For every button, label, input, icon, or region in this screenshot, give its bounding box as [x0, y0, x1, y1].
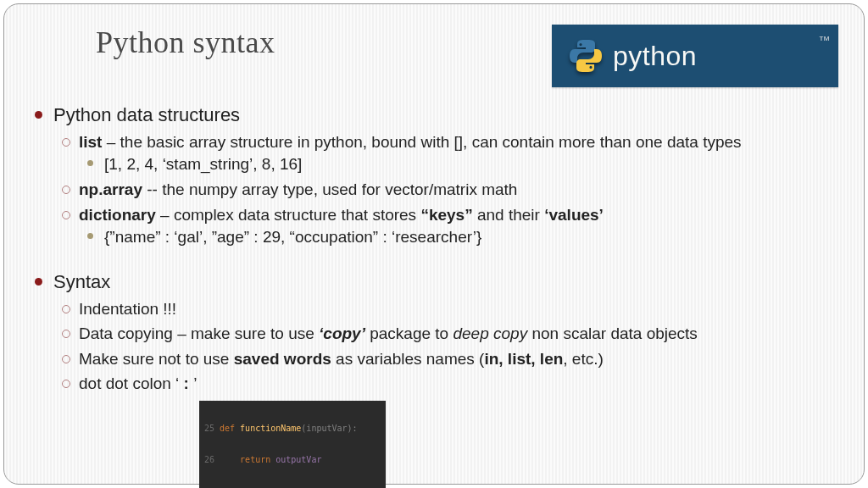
fn-args: (inputVar): — [301, 424, 357, 433]
kw-return: return — [240, 455, 275, 464]
term-dict: dictionary — [79, 206, 156, 224]
desc-list: – the basic array structure in python, b… — [102, 133, 741, 151]
title-row: Python syntax python TM — [30, 25, 838, 87]
copy-mid: package to — [365, 324, 453, 342]
copy-post: non scalar data objects — [527, 324, 698, 342]
item-indent: Indentation !!! — [53, 298, 838, 321]
slide-title: Python syntax — [96, 25, 275, 60]
saved-pre: Make sure not to use — [79, 350, 234, 368]
copy-pre: Data copying – make sure to use — [79, 324, 319, 342]
desc-dict-pre: – complex data structure that stores — [156, 206, 421, 224]
section-heading: Python data structures — [53, 104, 240, 125]
term-list: list — [79, 133, 102, 151]
item-list: list – the basic array structure in pyth… — [53, 131, 838, 176]
copy-pkg: ‘copy’ — [319, 324, 365, 342]
dict-keys: “keys” — [420, 206, 472, 224]
item-copy: Data copying – make sure to use ‘copy’ p… — [53, 323, 838, 346]
desc-nparray: -- the numpy array type, used for vector… — [142, 180, 517, 198]
colon-post: ’ — [189, 374, 198, 392]
copy-deep: deep copy — [453, 324, 527, 342]
saved-mid: as variables names ( — [331, 350, 485, 368]
line-number: 25 — [199, 424, 220, 435]
example-dict: {”name” : ‘gal’, ”age” : 29, “occupation… — [79, 226, 838, 249]
example-list: [1, 2, 4, ‘stam_string’, 8, 16] — [79, 153, 838, 176]
dict-mid: and their — [473, 206, 545, 224]
section-syntax: Syntax Indentation !!! Data copying – ma… — [30, 269, 838, 396]
python-logo-tm: TM — [819, 35, 830, 42]
spacer — [30, 254, 838, 269]
line-number: 26 — [199, 455, 220, 466]
dict-values: ‘values’ — [544, 206, 604, 224]
python-logo-word: python — [613, 41, 697, 72]
slide-content: Python data structures list – the basic … — [30, 103, 838, 488]
item-nparray: np.array -- the numpy array type, used f… — [53, 179, 838, 202]
saved-post: , etc.) — [563, 350, 604, 368]
slide-frame: Python syntax python TM Python data stru… — [3, 3, 865, 485]
item-saved-words: Make sure not to use saved words as vari… — [53, 348, 838, 371]
ret-var: outputVar — [275, 455, 321, 464]
code-snippet: 25def functionName(inputVar): 26 return … — [199, 401, 386, 488]
section-heading-syntax: Syntax — [53, 271, 110, 292]
colon-pre: dot dot colon ‘ — [79, 374, 184, 392]
saved-ex: in, list, len — [484, 350, 563, 368]
python-logo-icon — [567, 37, 604, 75]
saved-sw: saved words — [234, 350, 331, 368]
section-data-structures: Python data structures list – the basic … — [30, 103, 838, 249]
item-dictionary: dictionary – complex data structure that… — [53, 204, 838, 249]
term-nparray: np.array — [79, 180, 142, 198]
fn-name: functionName — [240, 424, 301, 433]
kw-def: def — [220, 424, 240, 433]
python-logo: python TM — [552, 25, 838, 87]
item-colon: dot dot colon ‘ : ’ — [53, 373, 838, 396]
